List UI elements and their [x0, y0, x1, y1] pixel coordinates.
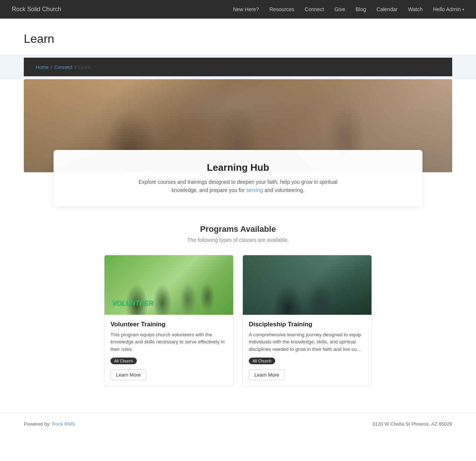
programs-title: Programs Available [24, 224, 452, 234]
breadcrumb-current: Learn [78, 64, 90, 70]
nav-link-calendar[interactable]: Calendar [376, 6, 398, 12]
program-card-volunteer: Volunteer Training This program equips c… [104, 255, 234, 387]
learning-hub-desc-text1: Explore courses and trainings designed t… [139, 179, 338, 193]
hero-container: Learning Hub Explore courses and trainin… [24, 79, 452, 207]
footer: Powered by: Rock RMS 3120 W Cholla St Ph… [0, 413, 476, 434]
card-learn-more-discipleship[interactable]: Learn More [249, 369, 284, 380]
nav-links: New Here? Resources Connect Give Blog Ca… [233, 6, 422, 13]
page-header: Learn [0, 19, 476, 55]
learning-hub-card: Learning Hub Explore courses and trainin… [54, 150, 422, 207]
breadcrumb: Home / Connect / Learn [24, 58, 452, 76]
breadcrumb-connect[interactable]: Connect [54, 64, 72, 70]
breadcrumb-sep-2: / [75, 64, 76, 70]
footer-address: 3120 W Cholla St Phoenix, AZ 85029 [372, 421, 452, 427]
learning-hub-desc-link[interactable]: serving [246, 187, 263, 193]
footer-powered-by: Powered by: Rock RMS [24, 421, 75, 427]
card-body-discipleship: Discipleship Training A comprehensive le… [243, 315, 372, 387]
nav-link-watch[interactable]: Watch [408, 6, 422, 12]
breadcrumb-bar: Home / Connect / Learn [0, 55, 476, 79]
card-badge-volunteer: All Church [110, 358, 137, 364]
card-desc-volunteer: This program equips church volunteers wi… [110, 331, 227, 353]
nav-link-give[interactable]: Give [334, 6, 345, 12]
card-desc-discipleship-text1: A comprehensive learning journey designe… [249, 332, 361, 345]
footer-powered-label: Powered by: [24, 421, 52, 427]
card-desc-discipleship-link: disciplines [249, 346, 271, 352]
breadcrumb-home[interactable]: Home [36, 64, 49, 70]
programs-subtitle: The following types of classes are avail… [24, 237, 452, 243]
programs-section: Programs Available The following types o… [0, 207, 476, 399]
nav-brand[interactable]: Rock Solid Church [12, 6, 61, 13]
program-card-discipleship: Discipleship Training A comprehensive le… [242, 255, 372, 387]
card-image-volunteer [104, 255, 233, 315]
card-body-volunteer: Volunteer Training This program equips c… [104, 315, 233, 387]
cards-grid: Volunteer Training This program equips c… [104, 255, 372, 387]
card-image-discipleship [243, 255, 372, 315]
admin-menu[interactable]: Hello Admin [433, 6, 464, 12]
navigation: Rock Solid Church New Here? Resources Co… [0, 0, 476, 19]
card-desc-discipleship-text2: needed to grow in their faith and live o… [271, 346, 361, 352]
card-badge-discipleship: All Church [249, 358, 275, 364]
card-title-discipleship: Discipleship Training [249, 321, 366, 328]
page-title: Learn [24, 32, 452, 46]
card-title-volunteer: Volunteer Training [110, 321, 227, 328]
nav-link-blog[interactable]: Blog [356, 6, 366, 12]
learning-hub-desc-text2: and volunteering. [263, 187, 304, 193]
learning-hub-title: Learning Hub [71, 162, 405, 173]
nav-link-resources[interactable]: Resources [269, 6, 294, 12]
card-desc-volunteer-text: This program equips church volunteers wi… [110, 332, 225, 352]
card-learn-more-volunteer[interactable]: Learn More [110, 369, 146, 380]
admin-label: Hello Admin [433, 6, 461, 12]
learning-hub-desc: Explore courses and trainings designed t… [126, 178, 350, 195]
card-desc-discipleship: A comprehensive learning journey designe… [249, 331, 366, 353]
footer-rock-rms-link[interactable]: Rock RMS [52, 421, 75, 427]
nav-link-connect[interactable]: Connect [305, 6, 324, 12]
breadcrumb-sep-1: / [51, 64, 52, 70]
nav-link-new-here[interactable]: New Here? [233, 6, 259, 12]
